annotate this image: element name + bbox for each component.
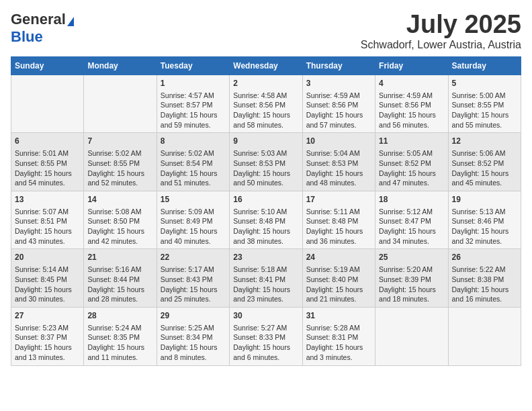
calendar-week-2: 6Sunrise: 5:01 AMSunset: 8:55 PMDaylight… (11, 133, 521, 191)
day-number: 7 (87, 136, 152, 147)
day-info: and 32 minutes. (452, 236, 517, 246)
calendar-cell (375, 307, 448, 365)
day-info: and 18 minutes. (379, 294, 444, 304)
calendar-cell: 28Sunrise: 5:24 AMSunset: 8:35 PMDayligh… (84, 307, 157, 365)
day-info: Sunset: 8:55 PM (452, 100, 517, 110)
day-info: and 6 minutes. (233, 353, 298, 363)
calendar-cell: 11Sunrise: 5:05 AMSunset: 8:52 PMDayligh… (375, 133, 448, 191)
day-info: and 16 minutes. (452, 294, 517, 304)
day-number: 8 (161, 136, 226, 147)
day-info: Sunset: 8:55 PM (87, 158, 152, 169)
day-info: Sunrise: 4:57 AM (161, 91, 226, 101)
day-number: 2 (233, 78, 298, 89)
month-title: July 2025 (361, 11, 521, 39)
calendar-cell: 5Sunrise: 5:00 AMSunset: 8:55 PMDaylight… (448, 75, 521, 133)
weekday-header-saturday: Saturday (448, 56, 521, 75)
day-number: 11 (379, 136, 444, 147)
day-info: and 45 minutes. (452, 178, 517, 188)
day-info: Daylight: 15 hours (15, 342, 80, 353)
day-info: Daylight: 15 hours (233, 342, 298, 353)
weekday-header-monday: Monday (84, 56, 157, 75)
day-info: Sunset: 8:55 PM (15, 158, 80, 169)
day-number: 21 (87, 252, 152, 263)
calendar-cell: 22Sunrise: 5:17 AMSunset: 8:43 PMDayligh… (157, 249, 229, 308)
day-number: 28 (87, 310, 152, 322)
day-info: Sunrise: 5:09 AM (161, 207, 226, 217)
day-info: Sunset: 8:43 PM (161, 275, 226, 285)
day-number: 26 (452, 252, 517, 263)
day-info: Sunrise: 5:11 AM (306, 207, 371, 217)
day-info: Sunset: 8:46 PM (452, 216, 517, 226)
day-number: 4 (379, 78, 444, 89)
day-number: 27 (15, 310, 80, 322)
day-info: and 59 minutes. (161, 120, 226, 130)
day-info: and 13 minutes. (15, 353, 80, 363)
day-number: 12 (452, 136, 517, 147)
day-info: Daylight: 15 hours (452, 169, 517, 179)
day-info: Daylight: 15 hours (452, 226, 517, 236)
day-info: Daylight: 15 hours (87, 226, 152, 236)
day-number: 22 (161, 252, 226, 263)
logo-text: General Blue (11, 11, 74, 46)
day-info: Sunrise: 5:05 AM (379, 148, 444, 158)
day-info: Daylight: 15 hours (87, 285, 152, 295)
calendar-cell: 2Sunrise: 4:58 AMSunset: 8:56 PMDaylight… (230, 75, 302, 133)
day-info: Daylight: 15 hours (233, 226, 298, 236)
calendar-cell (84, 75, 157, 133)
title-block: July 2025 Schwadorf, Lower Austria, Aust… (361, 11, 521, 51)
day-number: 29 (161, 310, 226, 322)
day-info: Sunrise: 5:22 AM (452, 265, 517, 275)
day-number: 25 (379, 252, 444, 263)
day-info: Sunset: 8:38 PM (452, 275, 517, 285)
day-info: Sunset: 8:33 PM (233, 332, 298, 342)
calendar-cell: 23Sunrise: 5:18 AMSunset: 8:41 PMDayligh… (230, 249, 302, 308)
day-info: and 50 minutes. (233, 178, 298, 188)
day-info: Sunset: 8:54 PM (161, 158, 226, 169)
day-info: Sunrise: 4:59 AM (379, 91, 444, 101)
calendar-cell: 26Sunrise: 5:22 AMSunset: 8:38 PMDayligh… (448, 249, 521, 308)
day-info: and 11 minutes. (87, 353, 152, 363)
day-info: Daylight: 15 hours (379, 285, 444, 295)
day-number: 16 (233, 194, 298, 205)
weekday-header-thursday: Thursday (302, 56, 375, 75)
day-info: and 3 minutes. (306, 353, 371, 363)
day-info: Sunset: 8:56 PM (306, 100, 371, 110)
day-info: Sunrise: 5:08 AM (87, 207, 152, 217)
day-info: and 43 minutes. (15, 236, 80, 246)
day-info: Daylight: 15 hours (306, 169, 371, 179)
day-info: Daylight: 15 hours (306, 342, 371, 353)
day-info: Sunrise: 5:00 AM (452, 91, 517, 101)
day-info: and 40 minutes. (161, 236, 226, 246)
day-info: Sunset: 8:51 PM (15, 216, 80, 226)
day-info: Daylight: 15 hours (306, 110, 371, 120)
day-info: Sunset: 8:48 PM (233, 216, 298, 226)
day-info: Daylight: 15 hours (233, 169, 298, 179)
calendar-cell: 31Sunrise: 5:28 AMSunset: 8:31 PMDayligh… (302, 307, 375, 365)
day-info: Sunset: 8:34 PM (161, 332, 226, 342)
day-info: Sunrise: 4:58 AM (233, 91, 298, 101)
day-info: Sunset: 8:53 PM (233, 158, 298, 169)
day-info: Sunrise: 5:13 AM (452, 207, 517, 217)
page-header: General Blue July 2025 Schwadorf, Lower … (11, 11, 521, 51)
day-info: Sunset: 8:53 PM (306, 158, 371, 169)
day-info: and 30 minutes. (15, 294, 80, 304)
calendar-cell: 10Sunrise: 5:04 AMSunset: 8:53 PMDayligh… (302, 133, 375, 191)
weekday-header-row: SundayMondayTuesdayWednesdayThursdayFrid… (11, 56, 521, 75)
logo-icon (67, 17, 74, 26)
calendar-cell: 8Sunrise: 5:02 AMSunset: 8:54 PMDaylight… (157, 133, 229, 191)
day-info: Daylight: 15 hours (161, 110, 226, 120)
day-info: Daylight: 15 hours (15, 226, 80, 236)
day-info: Daylight: 15 hours (306, 285, 371, 295)
day-info: and 28 minutes. (87, 294, 152, 304)
day-info: and 54 minutes. (15, 178, 80, 188)
day-info: and 58 minutes. (233, 120, 298, 130)
day-info: and 25 minutes. (161, 294, 226, 304)
day-info: Sunset: 8:45 PM (15, 275, 80, 285)
day-info: and 52 minutes. (87, 178, 152, 188)
day-info: Daylight: 15 hours (233, 110, 298, 120)
day-info: Sunrise: 5:02 AM (161, 148, 226, 158)
calendar-cell: 14Sunrise: 5:08 AMSunset: 8:50 PMDayligh… (84, 191, 157, 249)
day-info: and 47 minutes. (379, 178, 444, 188)
calendar-cell: 3Sunrise: 4:59 AMSunset: 8:56 PMDaylight… (302, 75, 375, 133)
day-info: and 42 minutes. (87, 236, 152, 246)
